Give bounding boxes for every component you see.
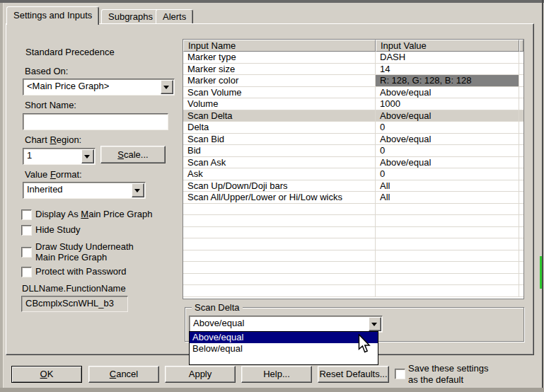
empty-cell bbox=[183, 215, 376, 227]
input-name-cell: Scan Bid bbox=[183, 134, 376, 146]
table-header: Input Name Input Value bbox=[183, 40, 523, 52]
protect-with-password-label: Protect with Password bbox=[35, 266, 127, 277]
row-filler bbox=[519, 180, 523, 192]
hide-study-label: Hide Study bbox=[35, 224, 81, 235]
short-name-input[interactable] bbox=[23, 113, 168, 130]
table-row[interactable]: Delta0 bbox=[183, 122, 523, 134]
input-name-cell: Scan Ask bbox=[183, 157, 376, 169]
table-row[interactable]: Marker size14 bbox=[183, 64, 523, 76]
input-value-cell: Above/equal bbox=[376, 87, 519, 99]
table-row[interactable]: Scan VolumeAbove/equal bbox=[183, 87, 523, 99]
input-value-column-header[interactable]: Input Value bbox=[376, 40, 519, 52]
chart-line-sliver bbox=[540, 256, 542, 289]
table-body: Marker typeDASHMarker size14Marker color… bbox=[183, 52, 523, 297]
row-filler bbox=[519, 75, 523, 87]
chart-region-value: 1 bbox=[27, 150, 32, 161]
value-format-combobox[interactable]: Inherited bbox=[23, 182, 146, 199]
input-value-cell: 0 bbox=[376, 145, 519, 157]
scale-button[interactable]: Scale... bbox=[100, 146, 166, 163]
row-filler bbox=[519, 110, 523, 122]
display-as-main-price-graph-checkbox[interactable] bbox=[21, 209, 32, 220]
table-row[interactable]: Marker colorR: 128, G: 128, B: 128 bbox=[183, 75, 523, 87]
draw-study-underneath-checkbox[interactable] bbox=[21, 247, 32, 258]
window-left-highlight bbox=[3, 3, 4, 392]
dll-function-name-label: DLLName.FunctionName bbox=[22, 283, 126, 294]
protect-with-password-checkbox[interactable] bbox=[21, 267, 32, 277]
cancel-button[interactable]: Cancel bbox=[88, 366, 159, 383]
table-row[interactable]: Scan Up/Down/Doji barsAll bbox=[183, 180, 523, 192]
scan-delta-combobox[interactable]: Above/equal bbox=[189, 316, 383, 333]
chevron-down-icon bbox=[134, 189, 140, 192]
empty-table-row bbox=[183, 204, 523, 216]
empty-cell bbox=[183, 274, 376, 286]
reset-defaults-button[interactable]: Reset Defaults... bbox=[318, 366, 389, 383]
empty-cell bbox=[183, 262, 376, 274]
input-value-cell: 1000 bbox=[376, 98, 519, 110]
row-filler bbox=[519, 122, 523, 134]
scan-delta-dropdown-button[interactable] bbox=[369, 317, 381, 331]
empty-cell bbox=[519, 238, 523, 250]
value-format-label: Value Format: bbox=[25, 169, 82, 180]
scan-delta-group-label: Scan Delta bbox=[192, 302, 243, 313]
empty-table-row bbox=[183, 285, 523, 297]
input-name-cell: Marker color bbox=[183, 75, 376, 87]
empty-cell bbox=[376, 262, 519, 274]
row-filler bbox=[519, 52, 523, 64]
empty-table-row bbox=[183, 238, 523, 250]
table-row[interactable]: Scan All/Upper/Lower or Hi/Low wicksAll bbox=[183, 192, 523, 204]
input-name-column-header[interactable]: Input Name bbox=[183, 40, 376, 52]
short-name-label: Short Name: bbox=[25, 100, 76, 110]
draw-study-underneath-label: Draw Study Underneath Main Price Graph bbox=[35, 241, 134, 263]
dropdown-option[interactable]: Below/equal bbox=[190, 343, 378, 354]
tab-alerts[interactable]: Alerts bbox=[156, 9, 193, 25]
based-on-combobox[interactable]: <Main Price Graph> bbox=[23, 79, 175, 96]
value-format-dropdown-button[interactable] bbox=[132, 183, 144, 197]
mouse-cursor-icon bbox=[358, 334, 371, 356]
empty-cell bbox=[376, 227, 519, 239]
table-row[interactable]: Ask0 bbox=[183, 168, 523, 180]
input-name-cell: Scan Up/Down/Doji bars bbox=[183, 180, 376, 192]
table-row[interactable]: Marker typeDASH bbox=[183, 52, 523, 64]
apply-button[interactable]: Apply bbox=[165, 366, 236, 383]
save-as-default-label: Save these settings as the default bbox=[408, 363, 488, 386]
dropdown-option[interactable]: Above/equal bbox=[190, 332, 378, 343]
input-name-cell: Scan Delta bbox=[183, 110, 376, 122]
ok-button[interactable]: OK bbox=[11, 366, 82, 383]
empty-cell bbox=[519, 285, 523, 297]
chart-region-dropdown-button[interactable] bbox=[81, 149, 94, 163]
input-name-cell: Scan Volume bbox=[183, 87, 376, 99]
study-inputs-table: Input Name Input Value Marker typeDASHMa… bbox=[183, 39, 524, 299]
row-filler bbox=[519, 98, 523, 110]
display-as-main-price-graph-label: Display As Main Price Graph bbox=[35, 209, 152, 219]
table-row[interactable]: Scan BidAbove/equal bbox=[183, 134, 523, 146]
input-name-cell: Ask bbox=[183, 168, 376, 180]
tab-subgraphs[interactable]: Subgraphs bbox=[101, 9, 160, 25]
based-on-dropdown-button[interactable] bbox=[161, 80, 173, 94]
empty-cell bbox=[519, 250, 523, 263]
input-name-cell: Bid bbox=[183, 145, 376, 157]
input-name-cell: Delta bbox=[183, 122, 376, 134]
empty-cell bbox=[183, 238, 376, 250]
row-filler bbox=[519, 64, 523, 76]
window-right-edge bbox=[542, 0, 543, 392]
table-row[interactable]: Scan AskAbove/equal bbox=[183, 157, 523, 169]
study-settings-dialog: Settings and Inputs Subgraphs Alerts Sta… bbox=[0, 0, 544, 392]
table-row[interactable]: Volume1000 bbox=[183, 98, 523, 110]
empty-cell bbox=[376, 204, 519, 216]
empty-cell bbox=[376, 274, 519, 286]
table-row[interactable]: Scan DeltaAbove/equal bbox=[183, 110, 523, 122]
input-value-cell: All bbox=[376, 180, 519, 192]
empty-cell bbox=[183, 204, 376, 216]
tab-settings-and-inputs[interactable]: Settings and Inputs bbox=[6, 6, 99, 25]
chart-region-combobox[interactable]: 1 bbox=[23, 148, 96, 165]
save-as-default-checkbox[interactable] bbox=[395, 369, 405, 379]
hide-study-checkbox[interactable] bbox=[21, 225, 32, 236]
empty-cell bbox=[376, 238, 519, 250]
empty-cell bbox=[519, 262, 523, 274]
input-value-cell: Above/equal bbox=[376, 157, 519, 169]
input-name-cell: Scan All/Upper/Lower or Hi/Low wicks bbox=[183, 192, 376, 204]
help-button[interactable]: Help... bbox=[241, 366, 312, 383]
empty-cell bbox=[183, 285, 376, 297]
table-row[interactable]: Bid0 bbox=[183, 145, 523, 157]
based-on-value: <Main Price Graph> bbox=[27, 81, 109, 91]
